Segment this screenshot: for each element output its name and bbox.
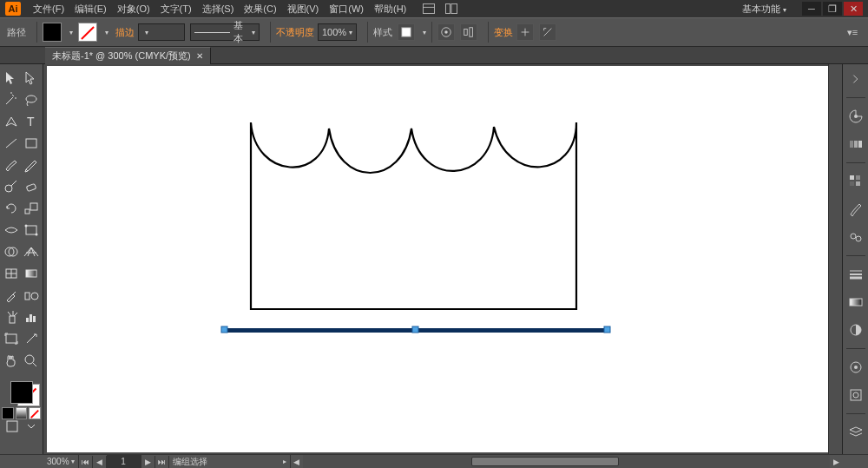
appearance-panel-icon[interactable] xyxy=(846,358,865,377)
stroke-panel-icon[interactable] xyxy=(846,265,865,284)
layout-icon[interactable] xyxy=(422,2,436,16)
selection-mode-field[interactable]: 编组选择▸ xyxy=(169,455,291,468)
menu-help[interactable]: 帮助(H) xyxy=(369,3,411,16)
transform-icon-1[interactable] xyxy=(516,23,534,41)
selection-type-label: 路径 xyxy=(7,26,26,39)
artboard-first[interactable]: ⏮ xyxy=(79,456,93,468)
rotate-tool[interactable] xyxy=(2,198,21,219)
style-dropdown[interactable]: ▾ xyxy=(423,29,426,36)
document-tab[interactable]: 未标题-1* @ 300% (CMYK/预览) ✕ xyxy=(45,47,211,64)
menu-select[interactable]: 选择(S) xyxy=(197,3,240,16)
eyedropper-tool[interactable] xyxy=(2,285,21,306)
svg-rect-2 xyxy=(446,3,450,13)
canvas-area[interactable] xyxy=(43,64,842,454)
screen-mode-dropdown[interactable] xyxy=(23,419,39,434)
graphic-styles-panel-icon[interactable] xyxy=(846,386,865,405)
blob-brush-tool[interactable] xyxy=(2,176,21,197)
symbols-panel-icon[interactable] xyxy=(846,227,865,247)
menu-window[interactable]: 窗口(W) xyxy=(324,3,369,16)
selection-handle-center[interactable] xyxy=(412,326,418,333)
transparency-panel-icon[interactable] xyxy=(846,320,865,339)
lasso-tool[interactable] xyxy=(22,89,41,110)
controlbar-menu-icon[interactable]: ▾≡ xyxy=(844,23,861,41)
width-tool[interactable] xyxy=(2,220,21,241)
window-maximize[interactable]: ❐ xyxy=(823,2,842,16)
direct-selection-tool[interactable] xyxy=(22,68,41,89)
selection-handle-left[interactable] xyxy=(221,326,227,333)
svg-rect-40 xyxy=(850,181,854,186)
window-close[interactable]: ✕ xyxy=(844,2,863,16)
artboard-last[interactable]: ⏭ xyxy=(155,456,169,468)
blend-tool[interactable] xyxy=(22,285,41,306)
workspace-switcher[interactable]: 基本功能 ▾ xyxy=(735,3,793,16)
close-tab-icon[interactable]: ✕ xyxy=(196,51,203,61)
fill-proxy[interactable] xyxy=(10,381,33,404)
stroke-label[interactable]: 描边 xyxy=(115,26,135,39)
menu-view[interactable]: 视图(V) xyxy=(282,3,325,16)
zoom-field[interactable]: 300% ▾ xyxy=(43,455,79,468)
artboard-next[interactable]: ▶ xyxy=(141,456,155,468)
color-panel-icon[interactable] xyxy=(846,107,865,126)
type-tool[interactable]: T xyxy=(22,111,41,132)
scale-tool[interactable] xyxy=(22,198,41,219)
graphic-style-swatch[interactable] xyxy=(398,23,415,41)
menu-file[interactable]: 文件(F) xyxy=(28,3,69,16)
color-mode-none[interactable] xyxy=(29,407,41,419)
vertical-scrollbar[interactable] xyxy=(828,64,842,454)
hscroll-right[interactable]: ▶ xyxy=(830,455,842,468)
symbol-sprayer-tool[interactable] xyxy=(2,307,21,327)
column-graph-tool[interactable] xyxy=(22,307,41,327)
stroke-profile-dropdown[interactable]: 基本▾ xyxy=(190,23,260,41)
crown-shape[interactable] xyxy=(251,122,576,309)
stroke-weight-dropdown[interactable]: ▾ xyxy=(138,23,185,41)
perspective-grid-tool[interactable] xyxy=(22,241,41,262)
paintbrush-tool[interactable] xyxy=(2,155,21,175)
zoom-tool[interactable] xyxy=(22,350,41,371)
horizontal-scrollbar[interactable] xyxy=(303,455,830,468)
stroke-dropdown[interactable]: ▾ xyxy=(105,29,108,36)
gradient-panel-icon[interactable] xyxy=(846,293,865,312)
brushes-panel-icon[interactable] xyxy=(846,200,865,219)
opacity-label[interactable]: 不透明度 xyxy=(276,26,314,39)
recolor-icon[interactable] xyxy=(437,23,455,41)
fill-swatch[interactable] xyxy=(43,23,62,42)
rectangle-tool[interactable] xyxy=(22,133,41,154)
transform-label[interactable]: 变换 xyxy=(494,26,513,39)
color-guide-panel-icon[interactable] xyxy=(846,135,865,154)
pen-tool[interactable] xyxy=(2,111,21,132)
eraser-tool[interactable] xyxy=(22,176,41,197)
artboard-prev[interactable]: ◀ xyxy=(93,456,107,468)
artboard-index-field[interactable]: 1 xyxy=(107,455,141,468)
hand-tool[interactable] xyxy=(2,350,21,371)
hscroll-thumb[interactable] xyxy=(471,457,619,466)
hscroll-left[interactable]: ◀ xyxy=(291,455,303,468)
menu-object[interactable]: 对象(O) xyxy=(112,3,155,16)
menu-effect[interactable]: 效果(C) xyxy=(239,3,281,16)
layers-panel-icon[interactable] xyxy=(846,423,865,442)
magic-wand-tool[interactable] xyxy=(2,89,21,110)
mesh-tool[interactable] xyxy=(2,263,21,284)
artboard[interactable] xyxy=(47,66,828,452)
opacity-dropdown[interactable]: 100%▾ xyxy=(318,23,357,41)
pencil-tool[interactable] xyxy=(22,155,41,175)
menu-type[interactable]: 文字(T) xyxy=(155,3,197,16)
arrange-icon[interactable] xyxy=(444,2,458,16)
panel-collapse-icon[interactable] xyxy=(846,69,865,89)
slice-tool[interactable] xyxy=(22,328,41,349)
free-transform-tool[interactable] xyxy=(22,220,41,241)
transform-icon-2[interactable] xyxy=(539,23,556,41)
fill-stroke-proxy[interactable] xyxy=(2,375,41,410)
selection-handle-right[interactable] xyxy=(604,326,610,333)
menu-edit[interactable]: 编辑(E) xyxy=(69,3,112,16)
screen-mode-normal[interactable] xyxy=(4,419,20,434)
selection-tool[interactable] xyxy=(2,68,21,89)
swatches-panel-icon[interactable] xyxy=(846,172,865,191)
shape-builder-tool[interactable] xyxy=(2,241,21,262)
fill-dropdown[interactable]: ▾ xyxy=(69,29,73,36)
align-icon[interactable] xyxy=(460,23,477,41)
stroke-swatch[interactable] xyxy=(78,23,97,42)
artboard-tool[interactable] xyxy=(2,328,21,349)
gradient-tool[interactable] xyxy=(22,263,41,284)
window-minimize[interactable]: ─ xyxy=(802,2,821,16)
line-tool[interactable] xyxy=(2,133,21,154)
